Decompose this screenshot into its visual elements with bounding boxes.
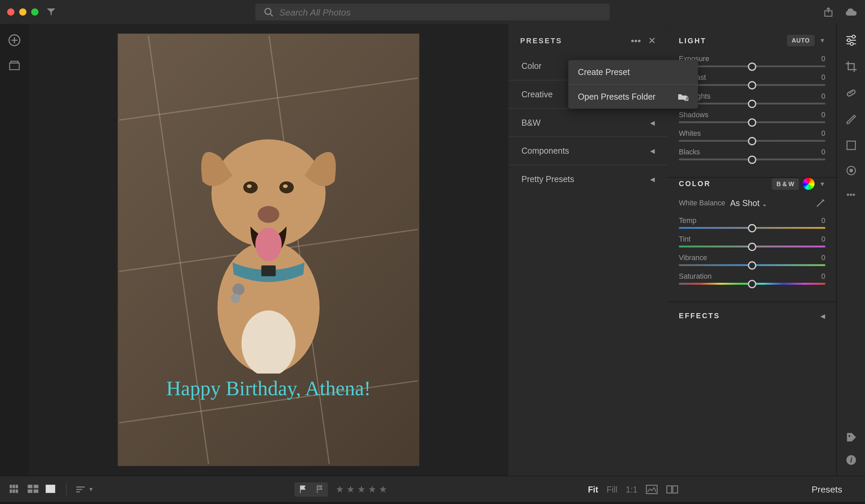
more-tools[interactable]: ••• [846,190,855,199]
slider-track-whites[interactable] [679,140,826,142]
slider-thumb[interactable] [748,155,756,164]
slider-track-blacks[interactable] [679,159,826,160]
tag-button[interactable] [845,431,857,443]
slider-temp: Temp0 [679,216,826,229]
add-photo-button[interactable] [8,34,21,47]
light-disclosure[interactable]: ▼ [819,37,826,44]
slider-track-exposure[interactable] [679,66,826,67]
slider-track-vibrance[interactable] [679,264,826,266]
presets-close-button[interactable]: ✕ [648,35,656,46]
preset-group-bw[interactable]: B&W◀ [508,109,668,137]
color-mixer-button[interactable] [803,178,815,190]
search-bar[interactable] [255,4,610,21]
slider-track-tint[interactable] [679,246,826,247]
grid-view-large[interactable] [28,484,40,494]
photo-preview[interactable]: Happy Birthday, Athena! [118,34,419,466]
grid-view-small[interactable] [10,484,22,494]
slider-highlights: Highlights0 [679,92,826,104]
svg-point-28 [849,169,853,173]
search-icon [264,7,273,16]
eyedropper-button[interactable] [816,198,825,208]
close-window[interactable] [7,9,14,15]
flag-pick[interactable] [295,482,312,496]
slider-track-temp[interactable] [679,227,826,229]
wb-select[interactable]: As Shot ⌄ [730,198,767,208]
zoom-1to1[interactable]: 1:1 [626,484,638,494]
library-button[interactable] [9,60,21,71]
open-presets-folder-item[interactable]: Open Presets Folder [568,84,698,109]
slider-thumb[interactable] [748,99,756,108]
slider-thumb[interactable] [748,137,756,145]
svg-rect-49 [667,485,672,493]
brush-tool[interactable] [844,113,857,126]
slider-thumb[interactable] [748,280,756,288]
svg-line-33 [687,99,689,101]
crop-tool[interactable] [844,60,857,73]
radial-gradient-tool[interactable] [845,164,857,177]
svg-point-13 [258,206,279,223]
canvas-area[interactable]: Happy Birthday, Athena! [29,24,508,476]
svg-rect-39 [15,489,18,493]
slider-thumb[interactable] [748,242,756,251]
titlebar [0,0,865,24]
svg-rect-34 [10,484,12,488]
svg-rect-36 [15,484,18,488]
healing-tool[interactable] [844,86,857,99]
search-input[interactable] [279,7,601,17]
flag-group [295,482,328,496]
svg-rect-50 [673,485,678,493]
svg-line-1 [270,14,273,16]
cloud-sync-button[interactable] [845,7,858,16]
preset-group-pretty[interactable]: Pretty Presets◀ [508,165,668,193]
share-button[interactable] [823,7,834,17]
presets-more-button[interactable]: ••• [631,35,641,46]
left-tool-rail [0,24,29,476]
zoom-fill[interactable]: Fill [607,484,617,494]
presets-context-menu: Create Preset Open Presets Folder [568,60,698,109]
bw-button[interactable]: B & W [772,178,799,189]
effects-section[interactable]: EFFECTS ◀ [668,302,836,330]
slider-track-highlights[interactable] [679,103,826,104]
view-original-button[interactable] [646,484,658,494]
flag-reject[interactable] [311,482,328,496]
color-disclosure[interactable]: ▼ [819,180,826,187]
svg-point-14 [255,227,282,261]
slider-thumb[interactable] [748,261,756,269]
maximize-window[interactable] [31,9,38,15]
zoom-fit[interactable]: Fit [588,484,598,494]
preset-group-components[interactable]: Components◀ [508,137,668,165]
filter-button[interactable] [46,7,56,17]
light-title: LIGHT [679,36,706,45]
linear-gradient-tool[interactable] [845,139,857,151]
slider-thumb[interactable] [748,224,756,232]
svg-rect-26 [847,141,855,150]
svg-rect-35 [12,484,15,488]
create-preset-item[interactable]: Create Preset [568,60,698,84]
svg-point-19 [852,35,855,38]
auto-button[interactable]: AUTO [787,35,815,46]
slider-track-contrast[interactable] [679,84,826,86]
slider-tint: Tint0 [679,235,826,247]
slider-track-saturation[interactable] [679,283,826,284]
slider-contrast: Contrast0 [679,73,826,86]
presets-title: PRESETS [520,36,562,45]
color-section: COLOR B & W ▼ White Balance As Shot ⌄ Te… [668,178,836,302]
sort-button[interactable]: ▼ [75,485,94,493]
slider-track-shadows[interactable] [679,121,826,123]
svg-rect-15 [261,265,276,276]
wb-label: White Balance [679,199,725,207]
edit-sliders-tool[interactable] [844,34,857,47]
info-button[interactable]: i [845,454,857,466]
single-view[interactable] [46,484,58,494]
slider-thumb[interactable] [748,81,756,89]
svg-rect-44 [46,484,55,493]
slider-thumb[interactable] [748,118,756,126]
svg-point-17 [231,294,240,303]
star-rating[interactable]: ★★★★★ [335,483,387,495]
slider-thumb[interactable] [748,62,756,71]
compare-button[interactable] [666,484,679,494]
minimize-window[interactable] [19,9,26,15]
folder-icon [678,93,688,101]
presets-toggle[interactable]: Presets [798,484,855,494]
svg-point-23 [850,42,853,45]
